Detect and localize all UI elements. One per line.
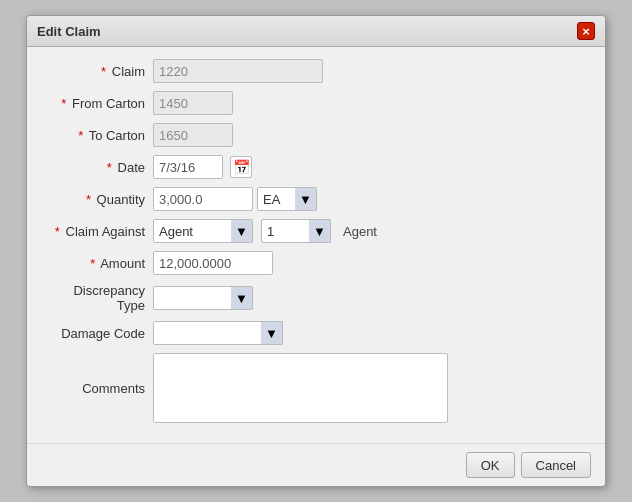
to-carton-row: * To Carton [43,123,589,147]
required-star: * [90,256,95,271]
quantity-field-group: EA ▼ [153,187,317,211]
to-carton-label: * To Carton [43,128,153,143]
damage-code-row: Damage Code ▼ [43,321,589,345]
damage-code-label: Damage Code [43,326,153,341]
damage-code-select-wrapper: ▼ [153,321,283,345]
dialog-body: * Claim * From Carton * To Carton * [27,47,605,443]
dialog-title: Edit Claim [37,24,101,39]
ok-button[interactable]: OK [466,452,515,478]
dialog-footer: OK Cancel [27,443,605,486]
discrepancy-type-label: Discrepancy Type [43,283,153,313]
required-star: * [86,192,91,207]
cancel-button[interactable]: Cancel [521,452,591,478]
discrepancy-type-select[interactable] [153,286,253,310]
agent-id-select[interactable]: 1 [261,219,331,243]
amount-input[interactable] [153,251,273,275]
discrepancy-type-row: Discrepancy Type ▼ [43,283,589,313]
claim-against-group: Agent ▼ 1 ▼ Agent [153,219,377,243]
agent-display-label: Agent [343,224,377,239]
required-star: * [78,128,83,143]
claim-against-select[interactable]: Agent [153,219,253,243]
comments-textarea[interactable] [153,353,448,423]
from-carton-label: * From Carton [43,96,153,111]
damage-code-select[interactable] [153,321,283,345]
quantity-row: * Quantity EA ▼ [43,187,589,211]
amount-label: * Amount [43,256,153,271]
claim-label: * Claim [43,64,153,79]
claim-input[interactable] [153,59,323,83]
required-star: * [61,96,66,111]
edit-claim-dialog: Edit Claim × * Claim * From Carton * [26,15,606,487]
required-star: * [101,64,106,79]
calendar-icon: 📅 [233,159,250,175]
comments-row: Comments [43,353,589,423]
from-carton-row: * From Carton [43,91,589,115]
required-star: * [55,224,60,239]
calendar-button[interactable]: 📅 [230,156,252,178]
claim-against-select-wrapper: Agent ▼ [153,219,253,243]
discrepancy-type-select-wrapper: ▼ [153,286,253,310]
quantity-input[interactable] [153,187,253,211]
date-input[interactable] [153,155,223,179]
date-label: * Date [43,160,153,175]
dialog-header: Edit Claim × [27,16,605,47]
uoa-select[interactable]: EA [257,187,317,211]
date-row: * Date 📅 [43,155,589,179]
close-button[interactable]: × [577,22,595,40]
agent-id-select-wrapper: 1 ▼ [261,219,331,243]
from-carton-input[interactable] [153,91,233,115]
claim-against-label: * Claim Against [43,224,153,239]
claim-against-row: * Claim Against Agent ▼ 1 ▼ Agent [43,219,589,243]
date-field-group: 📅 [153,155,252,179]
quantity-label: * Quantity [43,192,153,207]
claim-row: * Claim [43,59,589,83]
required-star: * [107,160,112,175]
amount-row: * Amount [43,251,589,275]
to-carton-input[interactable] [153,123,233,147]
uoa-select-wrapper: EA ▼ [257,187,317,211]
comments-label: Comments [43,381,153,396]
